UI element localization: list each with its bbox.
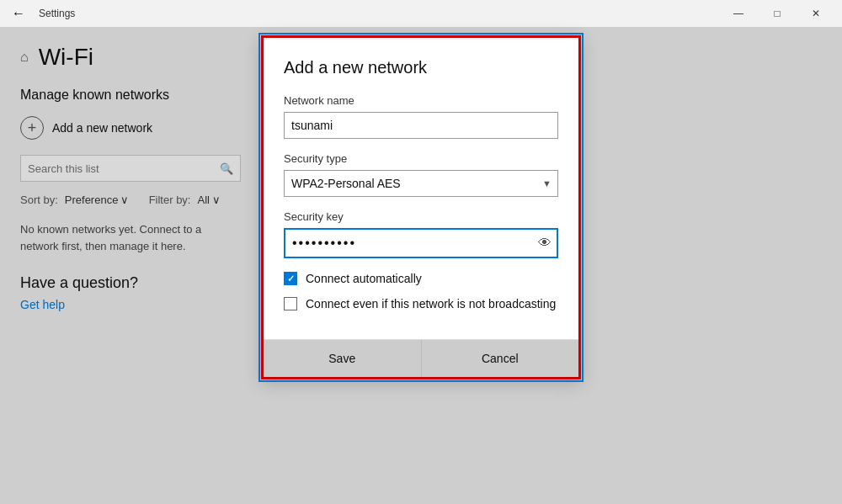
save-button[interactable]: Save bbox=[264, 340, 421, 377]
security-type-label: Security type bbox=[284, 152, 558, 165]
security-key-wrapper: 👁 bbox=[284, 228, 558, 258]
connect-broadcast-label: Connect even if this network is not broa… bbox=[306, 297, 556, 310]
dialog-body: Add a new network Network name Security … bbox=[264, 38, 578, 339]
security-type-group: Security type WPA2-Personal AES Open WPA… bbox=[284, 152, 558, 197]
titlebar-title: Settings bbox=[39, 8, 75, 19]
network-name-group: Network name bbox=[284, 94, 558, 139]
security-key-input[interactable] bbox=[284, 228, 558, 258]
connect-auto-label: Connect automatically bbox=[306, 272, 422, 285]
maximize-button[interactable]: □ bbox=[758, 0, 797, 27]
connect-broadcast-checkbox[interactable] bbox=[284, 297, 297, 310]
add-network-dialog: Add a new network Network name Security … bbox=[261, 35, 581, 379]
connect-auto-checkbox[interactable] bbox=[284, 272, 297, 285]
security-type-select[interactable]: WPA2-Personal AES Open WPA2-Enterprise W… bbox=[284, 170, 558, 197]
titlebar: ← Settings — □ ✕ bbox=[0, 0, 842, 27]
security-type-wrapper: WPA2-Personal AES Open WPA2-Enterprise W… bbox=[284, 170, 558, 197]
security-key-group: Security key 👁 bbox=[284, 210, 558, 258]
dialog-title: Add a new network bbox=[284, 58, 558, 77]
connect-auto-row[interactable]: Connect automatically bbox=[284, 272, 558, 285]
titlebar-controls: — □ ✕ bbox=[719, 0, 835, 27]
network-name-input[interactable] bbox=[284, 112, 558, 139]
close-button[interactable]: ✕ bbox=[797, 0, 835, 27]
minimize-button[interactable]: — bbox=[719, 0, 758, 27]
security-key-label: Security key bbox=[284, 210, 558, 223]
connect-broadcast-row[interactable]: Connect even if this network is not broa… bbox=[284, 297, 558, 310]
dialog-overlay: Add a new network Network name Security … bbox=[0, 27, 842, 504]
titlebar-left: ← Settings bbox=[7, 2, 75, 25]
show-password-icon[interactable]: 👁 bbox=[538, 236, 552, 251]
main-content: ⌂ Wi-Fi Manage known networks + Add a ne… bbox=[0, 27, 842, 504]
cancel-button[interactable]: Cancel bbox=[421, 340, 579, 377]
back-icon: ← bbox=[12, 6, 25, 21]
network-name-label: Network name bbox=[284, 94, 558, 107]
dialog-footer: Save Cancel bbox=[264, 339, 578, 377]
back-button[interactable]: ← bbox=[7, 2, 30, 25]
